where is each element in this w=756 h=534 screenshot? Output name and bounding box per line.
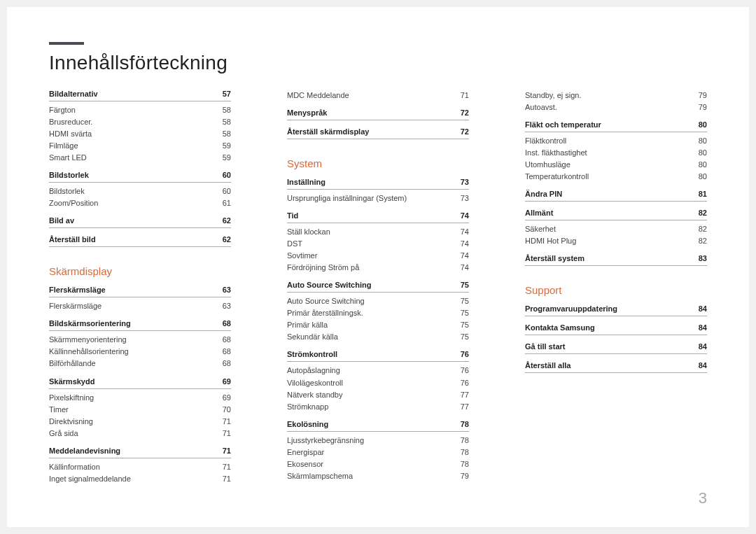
toc-entry[interactable]: Primär återställningsk.75	[287, 307, 469, 319]
toc-entry[interactable]: Utomhusläge80	[525, 159, 707, 171]
toc-entry[interactable]: Flerskärmsläge63	[49, 300, 231, 312]
toc-label: Flerskärmsläge	[49, 286, 106, 294]
toc-group: Ekolösning78Ljusstyrkebegränsning78Energ…	[287, 420, 469, 482]
document-page: Innehållsförteckning Bildalternativ57Fär…	[7, 7, 749, 527]
toc-entry[interactable]: Smart LED59	[49, 152, 231, 164]
toc-entry[interactable]: Ekosensor78	[287, 458, 469, 470]
toc-group-head[interactable]: Kontakta Samsung84	[525, 323, 707, 335]
toc-entry[interactable]: Sekundär källa75	[287, 331, 469, 343]
toc-label: Inget signalmeddelande	[49, 473, 131, 485]
toc-page: 71	[223, 461, 231, 473]
toc-group-head[interactable]: Gå till start84	[525, 342, 707, 354]
toc-page: 77	[461, 401, 469, 413]
toc-group-head[interactable]: Ekolösning78	[287, 420, 469, 432]
toc-label: Temperaturkontroll	[525, 171, 589, 183]
toc-entry[interactable]: Bildstorlek60	[49, 185, 231, 197]
toc-page: 72	[461, 127, 469, 136]
toc-label: Energispar	[287, 447, 324, 458]
toc-group-head[interactable]: Återställ skärmdisplay72	[287, 127, 469, 139]
toc-entry[interactable]: Färgton58	[49, 104, 231, 116]
toc-group-head[interactable]: Allmänt82	[525, 209, 707, 220]
toc-entry[interactable]: Inst. fläkthastighet80	[525, 147, 707, 159]
toc-group: Auto Source Switching75Auto Source Switc…	[287, 281, 469, 343]
toc-entry[interactable]: Säkerhet82	[525, 223, 707, 235]
toc-entry[interactable]: Strömknapp77	[287, 401, 469, 413]
toc-group: Standby, ej sign.79Autoavst.79	[525, 90, 707, 113]
toc-entry[interactable]: Autopåslagning76	[287, 365, 469, 377]
toc-page: 75	[461, 307, 469, 319]
toc-entry[interactable]: Inget signalmeddelande71	[49, 473, 231, 485]
toc-group-head[interactable]: Bildalternativ57	[49, 90, 231, 101]
toc-group-head[interactable]: Strömkontroll76	[287, 350, 469, 362]
toc-group: Bildalternativ57Färgton58Brusreducer.58H…	[49, 90, 231, 164]
toc-label: Sovtimer	[287, 250, 317, 262]
toc-group-head[interactable]: Programvaruuppdatering84	[525, 304, 707, 316]
toc-entry[interactable]: Skärmmenyorientering68	[49, 334, 231, 346]
section-title[interactable]: Skärmdisplay	[49, 265, 231, 277]
toc-entry[interactable]: HDMI svärta58	[49, 128, 231, 140]
toc-entry[interactable]: Primär källa75	[287, 319, 469, 331]
toc-entry[interactable]: Ursprungliga inställningar (System)73	[287, 192, 469, 204]
toc-entry[interactable]: Direktvisning71	[49, 416, 231, 428]
toc-entry[interactable]: Fördröjning Ström på74	[287, 262, 469, 274]
toc-page: 60	[223, 171, 231, 179]
toc-entry[interactable]: Auto Source Switching75	[287, 295, 469, 307]
toc-group-head[interactable]: Fläkt och temperatur80	[525, 120, 707, 132]
toc-columns: Bildalternativ57Färgton58Brusreducer.58H…	[49, 90, 707, 492]
toc-page: 57	[223, 90, 231, 98]
toc-entry[interactable]: Ljusstyrkebegränsning78	[287, 435, 469, 447]
toc-group-head[interactable]: Meddelandevisning71	[49, 447, 231, 458]
toc-entry[interactable]: Sovtimer74	[287, 250, 469, 262]
toc-entry[interactable]: Nätverk standby77	[287, 389, 469, 401]
toc-group-head[interactable]: Inställning73	[287, 178, 469, 190]
toc-entry[interactable]: Grå sida71	[49, 428, 231, 440]
toc-group-head[interactable]: Menyspråk72	[287, 108, 469, 120]
toc-entry[interactable]: Källinnehållsorientering68	[49, 346, 231, 358]
toc-entry[interactable]: Energispar78	[287, 447, 469, 458]
toc-group-head[interactable]: Skärmskydd69	[49, 377, 231, 389]
toc-entry[interactable]: Filmläge59	[49, 140, 231, 152]
toc-page: 74	[461, 250, 469, 262]
toc-entry[interactable]: Standby, ej sign.79	[525, 90, 707, 101]
toc-entry[interactable]: Ställ klockan74	[287, 226, 469, 238]
toc-entry[interactable]: Temperaturkontroll80	[525, 171, 707, 183]
toc-entry[interactable]: Pixelskiftning69	[49, 392, 231, 404]
toc-entry[interactable]: Fläktkontroll80	[525, 135, 707, 147]
toc-column: MDC Meddelande71Menyspråk72Återställ skä…	[287, 90, 469, 492]
toc-entry[interactable]: Källinformation71	[49, 461, 231, 473]
toc-label: Auto Source Switching	[287, 281, 371, 289]
toc-group-head[interactable]: Återställ bild62	[49, 235, 231, 247]
toc-group-head[interactable]: Auto Source Switching75	[287, 281, 469, 293]
toc-page: 71	[223, 447, 231, 455]
toc-page: 84	[699, 323, 707, 332]
toc-entry[interactable]: Timer70	[49, 404, 231, 416]
toc-label: Primär återställningsk.	[287, 307, 363, 319]
toc-group: Meddelandevisning71Källinformation71Inge…	[49, 447, 231, 485]
toc-entry[interactable]: Vilolägeskontroll76	[287, 377, 469, 389]
toc-group-head[interactable]: Flerskärmsläge63	[49, 286, 231, 297]
toc-label: Bildstorlek	[49, 171, 89, 179]
toc-page: 59	[223, 140, 231, 152]
toc-page: 75	[461, 319, 469, 331]
toc-group-head[interactable]: Bildstorlek60	[49, 171, 231, 183]
toc-entry[interactable]: Skärmlampschema79	[287, 470, 469, 482]
toc-group-head[interactable]: Bild av62	[49, 216, 231, 228]
section-title[interactable]: Support	[525, 284, 707, 296]
toc-group-head[interactable]: Återställ system83	[525, 254, 707, 266]
toc-group-head[interactable]: Återställ alla84	[525, 361, 707, 373]
toc-entry[interactable]: DST74	[287, 238, 469, 250]
toc-group-head[interactable]: Ändra PIN81	[525, 190, 707, 202]
toc-label: Menyspråk	[287, 108, 327, 117]
toc-group-head[interactable]: Tid74	[287, 211, 469, 223]
toc-entry[interactable]: MDC Meddelande71	[287, 90, 469, 101]
toc-entry[interactable]: Bilförhållande68	[49, 358, 231, 370]
toc-page: 58	[223, 104, 231, 116]
toc-entry[interactable]: Zoom/Position61	[49, 197, 231, 209]
toc-entry[interactable]: HDMI Hot Plug82	[525, 235, 707, 247]
section-title[interactable]: System	[287, 157, 469, 169]
toc-page: 74	[461, 238, 469, 250]
toc-label: Tid	[287, 211, 298, 220]
toc-group-head[interactable]: Bildskärmsorientering68	[49, 319, 231, 331]
toc-entry[interactable]: Brusreducer.58	[49, 116, 231, 128]
toc-entry[interactable]: Autoavst.79	[525, 101, 707, 113]
